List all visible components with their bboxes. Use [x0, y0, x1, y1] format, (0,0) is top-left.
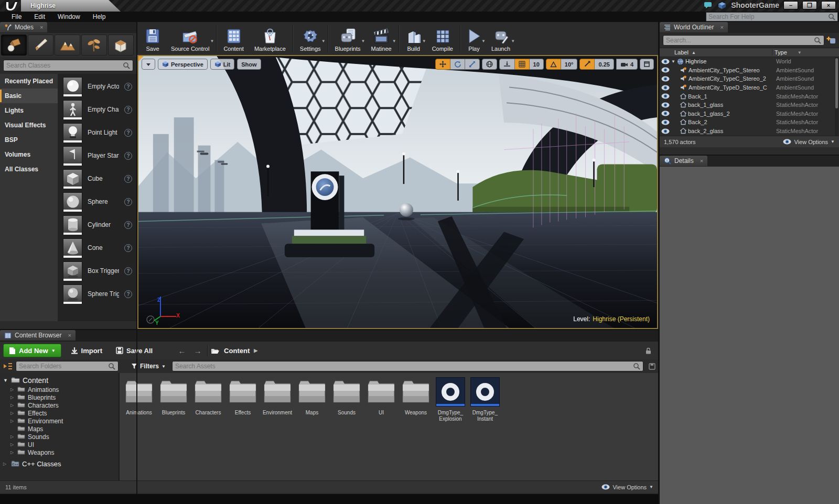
import-button[interactable]: Import: [67, 344, 106, 357]
asset-tile-dmgtype-instant[interactable]: DmgType_ Instant: [468, 377, 502, 422]
outliner-row[interactable]: ▼HighriseWorld: [660, 57, 839, 66]
rotation-snap-button[interactable]: [546, 59, 561, 70]
chevron-down-icon[interactable]: ▼: [210, 39, 214, 43]
chevron-down-icon[interactable]: ▼: [392, 39, 396, 43]
content-view-options[interactable]: View Options ▼: [601, 484, 653, 490]
chevron-down-icon[interactable]: ▼: [481, 39, 486, 43]
type-column-header[interactable]: Type ▼: [772, 49, 839, 56]
visibility-eye-icon[interactable]: [660, 128, 671, 134]
help-icon[interactable]: ?: [124, 244, 132, 252]
details-tab-close-icon[interactable]: ×: [700, 158, 703, 164]
tree-item-maps[interactable]: Maps: [3, 425, 119, 433]
empty-actor-thumbnail[interactable]: [63, 77, 82, 96]
save-button[interactable]: Save: [139, 23, 166, 54]
grid-snap-value[interactable]: 10: [530, 59, 544, 70]
details-tab[interactable]: i Details ×: [660, 156, 707, 166]
help-icon[interactable]: ?: [124, 83, 132, 91]
build-button[interactable]: Build▼: [401, 23, 427, 54]
asset-tile-animations[interactable]: Animations: [122, 377, 156, 422]
category-basic[interactable]: Basic: [0, 89, 58, 103]
mode-geometry-button[interactable]: [108, 35, 134, 56]
category-recently-placed[interactable]: Recently Placed: [0, 74, 58, 89]
back-button[interactable]: ←: [176, 345, 188, 356]
visibility-eye-icon[interactable]: [660, 59, 671, 64]
expander-icon[interactable]: ▷: [10, 403, 15, 408]
placeable-empty-character[interactable]: Empty Character?: [58, 98, 136, 121]
placeable-cube[interactable]: Cube?: [58, 167, 136, 190]
surface-snap-button[interactable]: [499, 59, 515, 70]
placeable-box-trigger[interactable]: Box Trigger?: [58, 259, 136, 282]
placeable-cylinder[interactable]: Cylinder?: [58, 213, 136, 236]
visibility-eye-icon[interactable]: [660, 76, 671, 82]
menu-help[interactable]: Help: [87, 12, 112, 21]
asset-tile-ui[interactable]: UI: [364, 377, 398, 422]
expander-icon[interactable]: ▷: [10, 442, 15, 447]
asset-tile-blueprints[interactable]: Blueprints: [157, 377, 190, 422]
breadcrumb-arrow-icon[interactable]: ▶: [254, 348, 257, 353]
show-button[interactable]: Show: [237, 59, 261, 70]
menu-edit[interactable]: Edit: [28, 12, 51, 21]
cone-thumbnail[interactable]: [63, 238, 82, 258]
expander-icon[interactable]: ▼: [671, 59, 675, 64]
lit-mode-button[interactable]: Lit: [210, 59, 234, 70]
content-button[interactable]: Content: [218, 23, 249, 54]
box-trigger-thumbnail[interactable]: [63, 261, 82, 281]
search-assets-input[interactable]: [175, 363, 633, 370]
folder-thumbnail[interactable]: [159, 377, 188, 407]
expander-icon[interactable]: ▼: [3, 378, 8, 383]
help-icon[interactable]: ?: [124, 221, 132, 229]
viewport-options-button[interactable]: [142, 59, 155, 70]
folder-thumbnail[interactable]: [193, 377, 223, 407]
damage-type-thumbnail[interactable]: [436, 377, 465, 407]
player-start-thumbnail[interactable]: [63, 146, 82, 166]
tree-root-content[interactable]: ▼Content: [3, 375, 119, 386]
tree-item-sounds[interactable]: ▷Sounds: [3, 433, 119, 441]
play-button[interactable]: Play▼: [462, 23, 486, 54]
sources-toggle-icon[interactable]: [3, 363, 13, 370]
help-icon[interactable]: ?: [124, 175, 132, 183]
save-all-button[interactable]: Save All: [112, 344, 157, 357]
scale-snap-button[interactable]: [579, 59, 595, 70]
help-search-input[interactable]: [708, 13, 828, 20]
outliner-search-input[interactable]: [666, 37, 814, 44]
visibility-eye-icon[interactable]: [660, 67, 671, 73]
folder-thumbnail[interactable]: [297, 377, 327, 407]
modes-search[interactable]: [3, 60, 133, 71]
tree-item-effects[interactable]: ▷Effects: [3, 409, 119, 417]
save-search-icon[interactable]: [649, 363, 655, 370]
modes-search-input[interactable]: [6, 62, 123, 69]
rotation-snap-value[interactable]: 10°: [561, 59, 578, 70]
help-icon[interactable]: ?: [124, 198, 132, 206]
matinee-button[interactable]: Matinee▼: [366, 23, 397, 54]
category-visual-effects[interactable]: Visual Effects: [0, 118, 58, 133]
visibility-eye-icon[interactable]: [660, 111, 671, 116]
scale-tool-button[interactable]: [465, 59, 480, 70]
marketplace-button[interactable]: Marketplace: [249, 23, 291, 54]
expander-icon[interactable]: ▷: [10, 387, 15, 392]
visibility-eye-icon[interactable]: [660, 102, 671, 108]
category-lights[interactable]: Lights: [0, 103, 58, 118]
placeable-player-start[interactable]: Player Start?: [58, 144, 136, 167]
search-folders-input[interactable]: [19, 363, 108, 370]
lock-icon[interactable]: [646, 347, 651, 354]
placeable-sphere-trigger[interactable]: Sphere Trigger?: [58, 282, 136, 305]
outliner-row[interactable]: back_2_glassStaticMeshActor: [660, 127, 839, 136]
placeable-empty-actor[interactable]: Empty Actor?: [58, 75, 136, 98]
world-outliner-tab[interactable]: World Outliner ×: [660, 22, 728, 32]
chevron-down-icon[interactable]: ▼: [511, 39, 515, 43]
expander-icon[interactable]: ▷: [3, 462, 8, 466]
add-actor-icon[interactable]: [826, 36, 836, 45]
tree-item-animations[interactable]: ▷Animations: [3, 386, 119, 393]
expander-icon[interactable]: ▷: [10, 434, 15, 439]
menu-window[interactable]: Window: [51, 12, 87, 21]
expander-icon[interactable]: ▷: [10, 395, 15, 400]
asset-tile-dmgtype-explosion[interactable]: DmgType_ Explosion: [434, 377, 467, 422]
placeable-cone[interactable]: Cone?: [58, 236, 136, 259]
folder-thumbnail[interactable]: [332, 377, 361, 407]
chevron-down-icon[interactable]: ▼: [361, 39, 365, 43]
settings-button[interactable]: Settings▼: [295, 23, 326, 54]
mode-paint-button[interactable]: [28, 35, 53, 56]
visibility-eye-icon[interactable]: [660, 85, 671, 91]
folder-thumbnail[interactable]: [228, 377, 257, 407]
expander-icon[interactable]: ▷: [10, 419, 15, 423]
